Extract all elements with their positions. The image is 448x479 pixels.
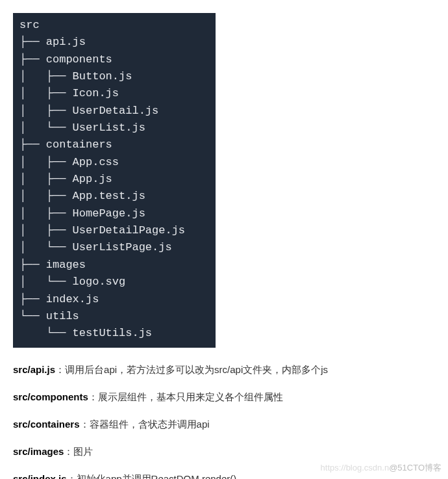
- tree-line: ├── api.js: [19, 36, 86, 48]
- watermark-main: @51CTO博客: [389, 463, 442, 473]
- watermark: https://blog.csdn.n@51CTO博客: [321, 462, 442, 474]
- description-item: src/images：图片: [13, 444, 435, 460]
- tree-line: └── utils: [19, 310, 79, 322]
- tree-line: ├── components: [19, 53, 112, 66]
- tree-line: │ └── UserList.js: [19, 122, 145, 134]
- description-term: src/index.js: [13, 473, 67, 479]
- tree-line: │ ├── App.js: [19, 173, 112, 185]
- description-text: ：初始化app并调用ReactDOM.render(): [67, 473, 237, 479]
- description-term: src/containers: [13, 419, 80, 430]
- tree-line: │ ├── App.test.js: [19, 190, 145, 202]
- tree-line: src: [19, 19, 40, 31]
- description-item: src/components：展示层组件，基本只用来定义各个组件属性: [13, 389, 435, 405]
- description-text: ：图片: [64, 446, 93, 457]
- description-list: src/api.js：调用后台api，若方法过多可以改为src/api文件夹，内…: [13, 362, 435, 479]
- tree-line: │ ├── UserDetail.js: [19, 105, 158, 117]
- description-term: src/components: [13, 391, 88, 402]
- tree-line: │ └── logo.svg: [19, 276, 125, 288]
- tree-line: │ └── UserListPage.js: [19, 241, 172, 253]
- tree-line: └── testUtils.js: [19, 327, 152, 339]
- file-tree: src ├── api.js ├── components │ ├── Butt…: [13, 13, 216, 348]
- description-text: ：调用后台api，若方法过多可以改为src/api文件夹，内部多个js: [55, 364, 328, 375]
- tree-line: ├── containers: [19, 138, 112, 151]
- tree-line: │ ├── App.css: [19, 156, 119, 168]
- tree-line: │ ├── Icon.js: [19, 87, 119, 99]
- description-item: src/api.js：调用后台api，若方法过多可以改为src/api文件夹，内…: [13, 362, 435, 378]
- tree-line: │ ├── Button.js: [19, 70, 132, 83]
- tree-line: │ ├── UserDetailPage.js: [19, 224, 185, 237]
- description-item: src/containers：容器组件，含状态并调用api: [13, 417, 435, 432]
- description-term: src/images: [13, 446, 64, 457]
- tree-line: │ ├── HomePage.js: [19, 207, 145, 220]
- tree-line: ├── images: [19, 259, 86, 271]
- description-text: ：展示层组件，基本只用来定义各个组件属性: [88, 391, 283, 402]
- description-text: ：容器组件，含状态并调用api: [80, 419, 210, 430]
- watermark-faint: https://blog.csdn.n: [321, 463, 390, 473]
- tree-line: ├── index.js: [19, 293, 99, 305]
- description-term: src/api.js: [13, 364, 55, 375]
